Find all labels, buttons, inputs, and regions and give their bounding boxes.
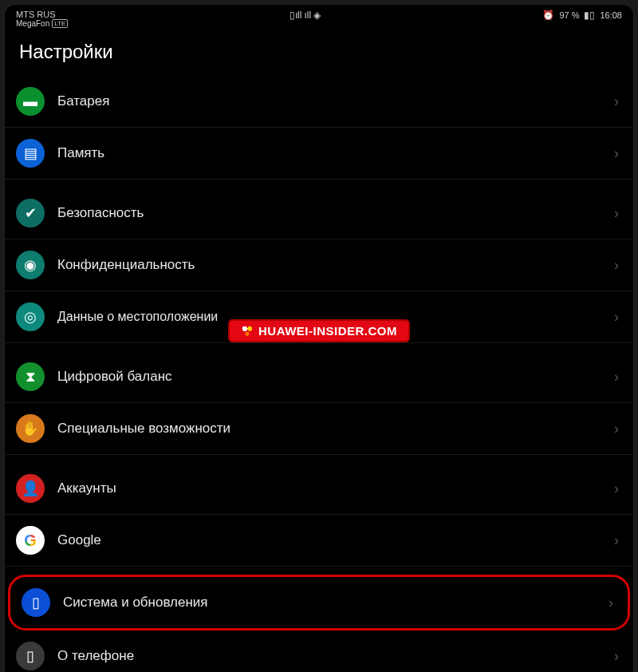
shield-check-icon: ✔ [16, 199, 45, 227]
item-accessibility[interactable]: ✋ Специальные возможности › [5, 403, 633, 455]
hand-icon: ✋ [16, 414, 45, 443]
item-label: Аккаунты [57, 480, 608, 496]
item-google[interactable]: G Google › [5, 515, 633, 567]
header-left: Настройки [5, 31, 633, 76]
battery-icon: ▮▯ [584, 10, 595, 21]
google-icon: G [16, 526, 45, 555]
item-privacy[interactable]: ◉ Конфиденциальность › [5, 239, 633, 291]
chevron-right-icon: › [608, 595, 613, 611]
signal-icon-2: ıll [305, 10, 312, 21]
item-label: Google [57, 532, 608, 548]
carrier-text: MTS RUS [16, 10, 68, 19]
chevron-right-icon: › [614, 93, 619, 110]
status-left: MTS RUS MegaFon LTE [16, 10, 68, 28]
huawei-petal-icon [241, 325, 254, 338]
chevron-right-icon: › [614, 648, 619, 665]
item-memory[interactable]: ▤ Память › [5, 128, 633, 180]
page-title: Настройки [19, 41, 113, 63]
item-label: Конфиденциальность [57, 257, 608, 273]
battery-pct: 97 % [559, 10, 579, 20]
memory-icon: ▤ [16, 139, 45, 168]
chevron-right-icon: › [614, 480, 619, 497]
item-label: О телефоне [57, 648, 608, 664]
chevron-right-icon: › [614, 369, 619, 385]
watermark-text: HUAWEI-INSIDER.COM [258, 324, 397, 338]
subcarrier-text: MegaFon [16, 19, 49, 28]
alarm-icon: ⏰ [542, 10, 554, 21]
location-pin-icon: ◎ [16, 302, 45, 331]
chevron-right-icon: › [614, 205, 619, 222]
chevron-right-icon: › [614, 309, 619, 326]
hourglass-icon: ⧗ [16, 362, 45, 391]
item-label: Система и обновления [63, 595, 602, 611]
clock-text: 16:08 [600, 10, 622, 20]
status-bar: MTS RUS MegaFon LTE ▯ιll ıll ◈ ⏰ 97 % ▮▯… [5, 5, 633, 31]
item-about-phone[interactable]: ▯ О телефоне › [5, 630, 633, 672]
item-security[interactable]: ✔ Безопасность › [5, 188, 633, 239]
status-right: ⏰ 97 % ▮▯ 16:08 [542, 10, 622, 21]
item-label: Цифровой баланс [57, 369, 608, 385]
item-battery[interactable]: ▬ Батарея › [5, 76, 633, 128]
chevron-right-icon: › [614, 532, 619, 549]
phone-info-icon: ▯ [16, 642, 45, 670]
watermark-badge: HUAWEI-INSIDER.COM [228, 319, 410, 342]
chevron-right-icon: › [614, 421, 619, 437]
wifi-icon: ◈ [313, 10, 321, 21]
status-center: ▯ιll ıll ◈ [289, 10, 321, 21]
item-label: Память [57, 145, 608, 161]
privacy-shield-icon: ◉ [16, 251, 45, 279]
chevron-right-icon: › [614, 145, 619, 162]
person-icon: 👤 [16, 474, 45, 503]
chevron-right-icon: › [614, 257, 619, 274]
item-accounts[interactable]: 👤 Аккаунты › [5, 463, 633, 515]
battery-item-icon: ▬ [16, 87, 45, 116]
phone-gear-icon: ▯ [22, 588, 50, 617]
item-label: Безопасность [57, 205, 608, 221]
item-system-updates[interactable]: ▯ Система и обновления › [8, 575, 630, 630]
signal-icon: ▯ιll [289, 10, 301, 21]
lte-badge: LTE [52, 19, 68, 28]
settings-list-left: ▬ Батарея › ▤ Память › ✔ Безопасность › … [5, 76, 633, 672]
item-label: Специальные возможности [57, 421, 608, 437]
item-digital-balance[interactable]: ⧗ Цифровой баланс › [5, 351, 633, 403]
item-label: Батарея [57, 93, 608, 109]
